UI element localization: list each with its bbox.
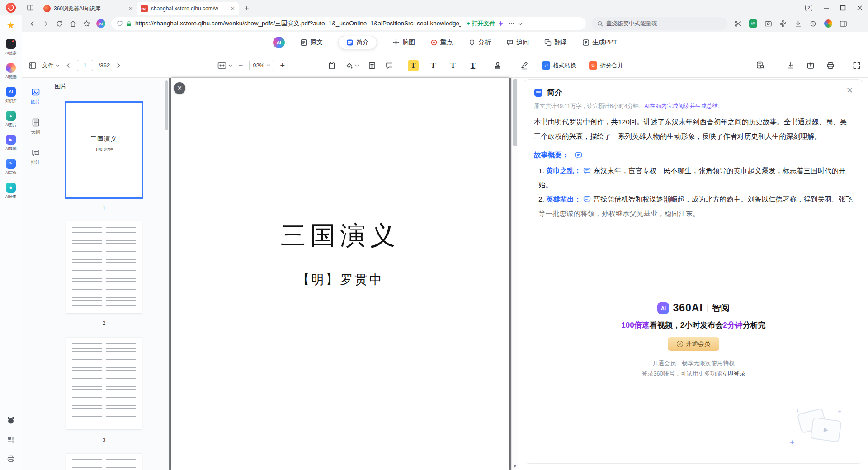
ai-tab-summary[interactable]: 简介 [338,36,377,49]
notes-list-icon[interactable] [368,61,376,70]
highlight-text-tool[interactable]: T [408,60,419,71]
ai-suite-logo-icon[interactable]: AI [273,37,285,48]
thumbnail-panel-toggle-icon[interactable] [28,61,37,70]
viewer-scrollbar-thumb[interactable] [513,79,517,146]
printer-icon[interactable] [7,455,15,463]
sidebar-item-knowledge-base[interactable]: AI 知识库 [5,87,17,104]
sidebar-item-ai-select[interactable]: AI甄选 [5,63,17,80]
window-count-badge[interactable]: 2 [805,5,812,11]
site-shield-icon[interactable] [117,20,123,27]
thumbnail-page-3[interactable] [66,338,142,429]
sidebar-item-ai-drawing[interactable]: ◆ AI绘图 [5,183,17,200]
underline-text-tool[interactable]: T [467,60,478,71]
quick-action-lightning-icon[interactable] [498,20,504,27]
save-as-icon[interactable] [807,61,815,70]
extensions-puzzle-icon[interactable] [779,20,787,28]
thumbnail-page-2[interactable] [66,221,142,313]
signature-icon[interactable] [520,61,528,70]
sidebar-item-ai-writing[interactable]: ✎ AI写作 [5,159,17,176]
ask-ai-bubble-icon[interactable] [575,151,582,159]
browser-search-box[interactable]: 盖浇饭变中式能量碗 [592,17,727,30]
file-menu-button[interactable]: 文件 [42,61,60,70]
rail-tab-outline[interactable]: 大纲 [31,118,40,136]
print-icon[interactable] [826,61,835,70]
profile-avatar-icon[interactable] [824,19,832,28]
page-number-input[interactable]: 1 [77,60,93,71]
stamp-icon[interactable] [494,61,502,70]
url-dropdown-chevron-icon[interactable] [518,22,523,25]
ai-tab-generate-ppt[interactable]: P 生成PPT [582,38,617,47]
open-file-button[interactable]: + 打开文件 [467,19,495,28]
tab-close-icon[interactable]: × [129,5,132,12]
scissors-icon[interactable] [734,20,742,28]
rail-tab-annotations[interactable]: 批注 [31,148,40,166]
strikethrough-text-tool[interactable]: T [448,60,458,71]
assistant-icon[interactable] [6,416,15,425]
fullscreen-icon[interactable] [853,61,861,70]
secure-lock-icon[interactable] [126,21,132,27]
minimize-button[interactable] [823,5,829,11]
ai-tab-translate[interactable]: A 翻译 [544,38,567,47]
add-plugin-icon[interactable] [7,436,15,444]
ai-tab-analysis[interactable]: 分析 [468,38,491,47]
sidebar-item-ai-image[interactable]: ▲ AI图片 [5,111,17,128]
browser-360-logo-icon[interactable] [6,3,16,13]
translate-icon[interactable]: 译 [749,19,757,28]
favorites-star-icon[interactable]: ★ [7,21,15,30]
back-icon[interactable] [28,20,36,28]
item-term-link[interactable]: 黄巾之乱： [546,167,581,174]
ai-tab-mindmap[interactable]: 脑图 [392,38,415,47]
thumbnail-page-1[interactable]: 三国演义 【明】罗贯中 [66,103,142,197]
new-tab-button[interactable]: + [244,4,249,12]
zoom-in-icon[interactable]: + [280,61,285,70]
history-icon[interactable] [809,20,817,28]
item-term-link[interactable]: 英雄辈出： [546,195,581,203]
format-convert-button[interactable]: ⇄ 格式转换 [542,61,576,70]
ai-assistant-icon[interactable]: AI [96,19,105,28]
url-bar[interactable]: https://shanghai.xstore.qihu.com/wenku/s… [111,17,586,30]
download-icon[interactable] [787,61,795,70]
close-panel-icon[interactable]: ✕ [846,86,853,94]
zoom-level-select[interactable]: 92% [249,60,274,71]
fit-width-button[interactable] [217,62,232,69]
next-page-icon[interactable] [115,62,122,69]
home-icon[interactable] [69,20,77,28]
ai-select-icon [6,63,16,73]
sidebar-item-ai-video[interactable]: ▶ AI视频 [5,135,17,152]
clipboard-icon[interactable] [328,61,336,70]
tab-knowledge-base[interactable]: 360浏览器AI知识库 × [39,2,137,15]
rail-tab-images[interactable]: 图片 [31,88,40,105]
login-now-link[interactable]: 立即登录 [722,370,745,377]
bookmark-star-icon[interactable] [83,20,90,28]
tab-pdf-viewer[interactable]: PDF shanghai.xstore.qihu.com/w × [137,2,239,15]
close-viewer-button[interactable]: ✕ [174,82,185,94]
zoom-out-icon[interactable]: − [238,61,243,70]
previous-page-icon[interactable] [65,62,71,69]
thumbnail-page-4[interactable] [66,454,142,470]
ask-ai-bubble-icon[interactable] [583,167,591,174]
ai-tab-original[interactable]: 原文 [300,38,323,47]
browser-menu-icon[interactable] [840,20,847,28]
split-screen-icon[interactable] [27,4,34,11]
more-url-actions-icon[interactable]: ⋯ [509,20,515,27]
maximize-button[interactable] [840,5,846,11]
ai-tab-ask[interactable]: ? 追问 [506,38,529,47]
sidebar-item-ai-search[interactable]: AI搜索 [5,39,17,56]
search-in-document-icon[interactable] [756,61,765,70]
text-tool[interactable]: T [428,60,439,71]
open-membership-button[interactable]: v 开通会员 [668,337,719,351]
screenshot-icon[interactable] [764,20,772,28]
thumbnail-scrollbar[interactable] [165,80,168,130]
tab-close-icon[interactable]: × [231,5,235,12]
fill-color-button[interactable] [345,61,359,70]
refresh-icon[interactable] [56,20,63,28]
ask-ai-bubble-icon[interactable] [583,195,591,203]
split-merge-button[interactable]: ⧉ 拆分合并 [589,61,623,70]
ai-tab-highlights[interactable]: 重点 [430,38,453,47]
downloads-icon[interactable] [794,20,802,28]
close-window-button[interactable] [857,5,863,11]
scroll-down-arrow-icon[interactable]: ▾ [512,463,518,469]
forward-icon[interactable] [42,20,50,28]
comment-icon[interactable] [385,61,393,70]
viewer-scrollbar[interactable]: ▾ [511,78,518,470]
